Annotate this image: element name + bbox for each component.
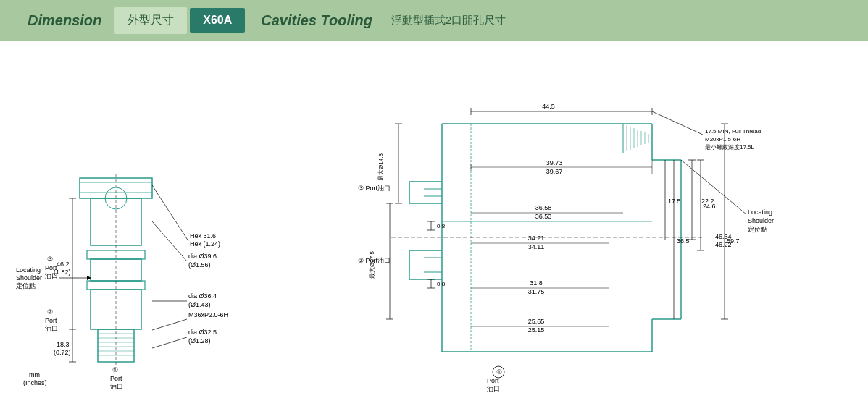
svg-text:36.58: 36.58 [535,204,552,211]
svg-text:(Ø1.56): (Ø1.56) [188,261,211,269]
svg-text:31.75: 31.75 [528,288,545,295]
right-diagram: 44.5 17.5 MIN, Full Thread M20xP1.5-6H 最… [297,48,861,386]
svg-text:0.8: 0.8 [437,281,446,287]
svg-text:Hex  (1.24): Hex (1.24) [190,240,220,248]
svg-text:Hex  31.6: Hex 31.6 [190,232,216,240]
svg-text:最大Ø14.3: 最大Ø14.3 [377,153,384,181]
svg-text:定位點: 定位點 [16,282,36,290]
svg-text:44.5: 44.5 [542,103,555,110]
svg-text:M20xP1.5-6H: M20xP1.5-6H [705,136,740,143]
x60a-label: X60A [190,8,245,33]
svg-text:Port: Port [487,377,499,384]
svg-text:①: ① [112,366,118,373]
zh2-label: 浮動型插式2口開孔尺寸 [385,14,512,28]
svg-text:34.11: 34.11 [528,243,545,250]
content: Locating Shoulder 定位點 ③ Port 油口 ② Port 油… [0,41,868,393]
svg-text:(Ø1.28): (Ø1.28) [188,337,211,345]
svg-text:最大Ø17.5: 最大Ø17.5 [369,251,375,279]
cavities-label: Cavities Tooling [248,12,385,29]
svg-text:mm: mm [29,371,40,379]
svg-line-88 [652,111,703,135]
svg-text:17.5: 17.5 [668,198,681,205]
svg-text:(0.72): (0.72) [54,349,71,356]
svg-text:定位點: 定位點 [748,226,767,233]
svg-text:17.5 MIN, Full Thread: 17.5 MIN, Full Thread [705,128,761,135]
svg-text:46.2: 46.2 [57,261,70,268]
svg-line-50 [152,337,187,348]
svg-text:Shoulder: Shoulder [748,217,774,224]
svg-text:dia  Ø36.4: dia Ø36.4 [188,292,217,300]
svg-text:② Port油口: ② Port油口 [358,257,391,264]
left-locating-label: Locating [16,266,41,274]
svg-text:(Inches): (Inches) [23,379,47,386]
svg-text:①: ① [496,368,502,376]
svg-line-42 [152,221,187,261]
svg-text:Port: Port [110,375,122,382]
svg-text:Shoulder: Shoulder [16,274,42,282]
svg-text:59.7: 59.7 [727,237,740,245]
svg-text:25.65: 25.65 [528,318,545,325]
svg-text:Port: Port [45,317,57,324]
svg-text:dia  Ø39.6: dia Ø39.6 [188,253,217,260]
svg-line-48 [152,319,187,330]
svg-text:0.8: 0.8 [437,223,446,229]
svg-text:M36xP2.0-6H: M36xP2.0-6H [188,311,228,318]
svg-text:③ Port油口: ③ Port油口 [358,185,391,192]
svg-text:39.67: 39.67 [546,168,563,175]
svg-text:Locating: Locating [748,208,772,216]
dimension-label: Dimension [14,12,114,29]
svg-text:25.15: 25.15 [528,326,545,334]
left-diagram: Locating Shoulder 定位點 ③ Port 油口 ② Port 油… [7,48,283,386]
svg-text:最小螺紋深度17.5L: 最小螺紋深度17.5L [705,144,755,151]
svg-text:24.6: 24.6 [703,203,716,210]
svg-text:油口: 油口 [110,383,123,390]
svg-text:(1.82): (1.82) [54,269,71,276]
svg-text:油口: 油口 [487,385,500,392]
svg-text:18.3: 18.3 [57,341,70,348]
svg-text:34.21: 34.21 [528,234,545,242]
svg-text:油口: 油口 [45,325,58,332]
svg-text:dia  Ø32.5: dia Ø32.5 [188,329,217,336]
header: Dimension 外型尺寸 X60A Cavities Tooling 浮動型… [0,0,868,41]
svg-line-39 [152,185,188,241]
svg-text:36.5: 36.5 [677,237,690,245]
svg-text:39.73: 39.73 [546,159,563,166]
svg-text:(Ø1.43): (Ø1.43) [188,301,211,308]
svg-text:②: ② [47,308,53,316]
svg-text:31.8: 31.8 [530,279,543,287]
svg-text:③: ③ [47,255,53,263]
svg-text:36.53: 36.53 [535,213,552,220]
zh1-label: 外型尺寸 [114,7,187,34]
